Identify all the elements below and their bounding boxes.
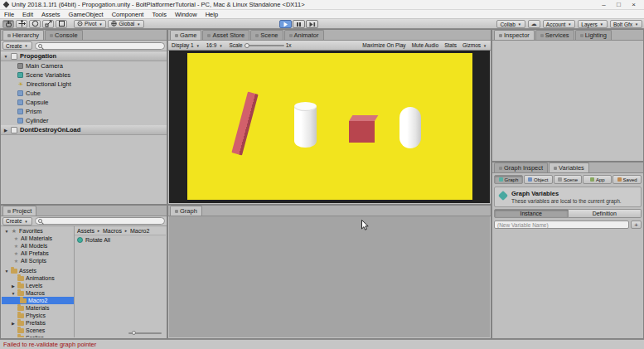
scale-slider-knob[interactable] — [245, 43, 249, 48]
tab-console[interactable]: Console — [45, 30, 83, 40]
scope-scene-button[interactable]: Scene — [554, 175, 583, 184]
hierarchy-search-input[interactable] — [44, 42, 162, 49]
hierarchy-item-cylinder[interactable]: Cylinder — [1, 116, 167, 125]
folder-sprites[interactable]: ▶Sprites — [2, 334, 74, 337]
menu-component[interactable]: Component — [112, 11, 144, 18]
scale-slider[interactable] — [245, 45, 284, 46]
maximize-button[interactable]: □ — [612, 1, 626, 9]
account-dropdown[interactable]: Account ▾ — [543, 20, 576, 28]
favorite-all-scripts[interactable]: ★All Scripts — [2, 257, 74, 264]
tab-animator[interactable]: Animator — [284, 30, 324, 40]
scene-expand-icon[interactable]: ▼ — [3, 54, 8, 59]
dontdestroyonload-header-row[interactable]: ▶ DontDestroyOnLoad — [1, 125, 167, 135]
folder-levels[interactable]: ▶Levels — [2, 282, 74, 289]
tab-hierarchy[interactable]: Hierarchy — [2, 30, 44, 40]
favorite-all-models[interactable]: ★All Models — [2, 242, 74, 250]
display-dropdown[interactable]: Display 1▾ — [172, 42, 201, 48]
folder-expand-icon[interactable]: ▼ — [11, 291, 16, 296]
folder-macros[interactable]: ▼Macros — [2, 289, 74, 297]
cloud-button[interactable]: ☁ — [528, 20, 540, 28]
tab-project[interactable]: Project — [2, 206, 36, 216]
breadcrumb-macros[interactable]: Macros — [103, 228, 122, 234]
minimize-button[interactable]: – — [597, 1, 611, 9]
step-button[interactable] — [306, 20, 318, 28]
scope-graph-button[interactable]: Graph — [494, 175, 523, 184]
pivot-toggle-button[interactable]: Pivot ▾ — [74, 20, 106, 28]
global-toggle-button[interactable]: Global ▾ — [108, 20, 144, 28]
hierarchy-item-scene-variables[interactable]: Scene Variables — [1, 70, 167, 80]
tab-lighting[interactable]: Lighting — [575, 30, 612, 40]
breadcrumb-macro2[interactable]: Macro2 — [130, 228, 149, 234]
graph-canvas[interactable] — [169, 216, 490, 337]
hierarchy-item-prism[interactable]: Prism — [1, 107, 167, 116]
favorite-all-materials[interactable]: ★All Materials — [2, 235, 74, 242]
stats-button[interactable]: Stats — [444, 42, 457, 48]
layers-dropdown[interactable]: Layers ▾ — [578, 20, 608, 28]
menu-gameobject[interactable]: GameObject — [69, 11, 104, 18]
favorites-expand-icon[interactable]: ▼ — [4, 229, 9, 234]
close-button[interactable]: × — [627, 1, 641, 9]
breadcrumb-assets[interactable]: Assets — [77, 228, 94, 234]
tab-asset-store[interactable]: Asset Store — [202, 30, 249, 40]
tab-variables[interactable]: Variables — [549, 162, 589, 172]
folder-macro2[interactable]: Macro2 — [2, 297, 74, 304]
menu-edit[interactable]: Edit — [22, 11, 33, 18]
scope-saved-button[interactable]: Saved — [613, 175, 642, 184]
assets-expand-icon[interactable]: ▼ — [4, 269, 9, 274]
menu-help[interactable]: Help — [206, 11, 218, 18]
instance-tab[interactable]: Instance — [494, 209, 569, 218]
rotate-tool-button[interactable] — [29, 20, 41, 28]
hierarchy-item-capsule[interactable]: Capsule — [1, 98, 167, 107]
folder-expand-icon[interactable]: ▶ — [11, 336, 16, 338]
assets-root-row[interactable]: ▼Assets — [2, 267, 74, 274]
folder-expand-icon[interactable]: ▶ — [11, 321, 16, 326]
folder-scenes[interactable]: Scenes — [2, 327, 74, 334]
menu-tools[interactable]: Tools — [152, 11, 167, 18]
status-bar[interactable]: Failed to re-validate graph pointer — [0, 339, 644, 349]
hierarchy-item-main-camera[interactable]: Main Camera — [1, 61, 167, 70]
new-variable-input[interactable] — [494, 221, 629, 229]
folder-prefabs[interactable]: ▶Prefabs — [2, 319, 74, 327]
scope-object-button[interactable]: Object — [524, 175, 553, 184]
move-tool-button[interactable] — [16, 20, 27, 28]
maximize-on-play-button[interactable]: Maximize On Play — [362, 42, 405, 48]
tab-graph-inspector[interactable]: Graph Inspect — [494, 162, 548, 172]
hierarchy-item-cube[interactable]: Cube — [1, 89, 167, 98]
folder-expand-icon[interactable]: ▶ — [11, 284, 16, 288]
tab-inspector[interactable]: Inspector — [494, 30, 535, 40]
hand-tool-button[interactable] — [2, 20, 14, 28]
rect-tool-button[interactable] — [56, 20, 67, 28]
hierarchy-item-directional-light[interactable]: ☀Directional Light — [1, 80, 167, 89]
tab-services[interactable]: Services — [535, 30, 574, 40]
tab-scene[interactable]: Scene — [250, 30, 283, 40]
project-create-button[interactable]: Create ▾ — [2, 217, 32, 225]
menu-assets[interactable]: Assets — [41, 11, 61, 18]
folder-physics[interactable]: Physics — [2, 312, 74, 319]
scene2-expand-icon[interactable]: ▶ — [3, 128, 8, 133]
game-viewport[interactable] — [169, 51, 490, 203]
tab-game[interactable]: Game — [170, 30, 201, 40]
add-variable-button[interactable]: + — [631, 221, 642, 229]
folder-materials[interactable]: Materials — [2, 304, 74, 312]
favorites-header[interactable]: ▼★Favorites — [2, 227, 74, 235]
scope-app-button[interactable]: App — [583, 175, 612, 184]
asset-zoom-slider[interactable] — [128, 332, 162, 334]
asset-rotate-all[interactable]: Rotate All — [75, 235, 166, 244]
aspect-dropdown[interactable]: 16:9▾ — [206, 42, 224, 48]
scene-header-row[interactable]: ▼ Propogation — [1, 51, 167, 61]
asset-zoom-knob[interactable] — [132, 331, 136, 335]
project-search-input[interactable] — [44, 218, 162, 225]
hierarchy-create-button[interactable]: Create ▾ — [2, 41, 32, 50]
definition-tab[interactable]: Definition — [569, 209, 642, 218]
play-button[interactable] — [279, 20, 292, 28]
folder-animations[interactable]: Animations — [2, 274, 74, 282]
mute-audio-button[interactable]: Mute Audio — [412, 42, 439, 48]
favorite-all-prefabs[interactable]: ★All Prefabs — [2, 250, 74, 257]
collab-button[interactable]: Collab ▾ — [496, 20, 525, 28]
pause-button[interactable] — [293, 20, 305, 28]
gizmos-dropdown[interactable]: Gizmos▾ — [462, 42, 487, 48]
tab-graph[interactable]: Graph — [170, 206, 202, 216]
menu-window[interactable]: Window — [175, 11, 197, 18]
scale-tool-button[interactable] — [42, 20, 54, 28]
menu-file[interactable]: File — [4, 11, 14, 18]
